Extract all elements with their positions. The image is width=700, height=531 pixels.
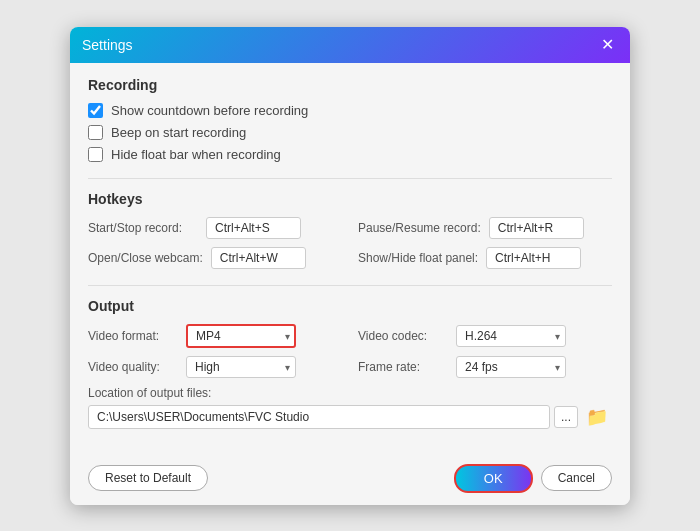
float-panel-label: Show/Hide float panel: [358, 251, 478, 265]
footer-right: OK Cancel [454, 464, 612, 493]
start-stop-label: Start/Stop record: [88, 221, 198, 235]
close-button[interactable]: ✕ [597, 35, 618, 55]
location-input[interactable] [88, 405, 550, 429]
framerate-label: Frame rate: [358, 360, 448, 374]
hotkeys-grid: Start/Stop record: Pause/Resume record: … [88, 217, 612, 269]
titlebar: Settings ✕ [70, 27, 630, 63]
format-select[interactable]: MP4 AVI MOV [186, 324, 296, 348]
recording-section-title: Recording [88, 77, 612, 93]
divider-2 [88, 285, 612, 286]
quality-select[interactable]: High Medium Low [186, 356, 296, 378]
hotkey-row-4: Show/Hide float panel: [358, 247, 612, 269]
format-row: Video format: MP4 AVI MOV ▾ [88, 324, 342, 348]
divider-1 [88, 178, 612, 179]
beep-label: Beep on start recording [111, 125, 246, 140]
float-panel-input[interactable] [486, 247, 581, 269]
framerate-select-wrapper: 24 fps 30 fps 60 fps ▾ [456, 356, 566, 378]
recording-option-2: Beep on start recording [88, 125, 612, 140]
framerate-row: Frame rate: 24 fps 30 fps 60 fps ▾ [358, 356, 612, 378]
webcam-label: Open/Close webcam: [88, 251, 203, 265]
quality-row: Video quality: High Medium Low ▾ [88, 356, 342, 378]
content-area: Recording Show countdown before recordin… [70, 63, 630, 456]
output-section-title: Output [88, 298, 612, 314]
location-input-row: ... 📁 [88, 404, 612, 430]
dots-button[interactable]: ... [554, 406, 578, 428]
hotkey-row-3: Open/Close webcam: [88, 247, 342, 269]
recording-option-1: Show countdown before recording [88, 103, 612, 118]
countdown-checkbox[interactable] [88, 103, 103, 118]
output-grid: Video format: MP4 AVI MOV ▾ Video codec: [88, 324, 612, 378]
footer: Reset to Default OK Cancel [70, 456, 630, 505]
start-stop-input[interactable] [206, 217, 301, 239]
beep-checkbox[interactable] [88, 125, 103, 140]
webcam-input[interactable] [211, 247, 306, 269]
location-row: Location of output files: ... 📁 [88, 386, 612, 430]
pause-resume-input[interactable] [489, 217, 584, 239]
codec-select[interactable]: H.264 H.265 [456, 325, 566, 347]
framerate-select[interactable]: 24 fps 30 fps 60 fps [456, 356, 566, 378]
quality-select-wrapper: High Medium Low ▾ [186, 356, 296, 378]
hide-float-label: Hide float bar when recording [111, 147, 281, 162]
format-select-wrapper: MP4 AVI MOV ▾ [186, 324, 296, 348]
reset-button[interactable]: Reset to Default [88, 465, 208, 491]
format-label: Video format: [88, 329, 178, 343]
output-section: Output Video format: MP4 AVI MOV ▾ Video… [88, 298, 612, 430]
countdown-label: Show countdown before recording [111, 103, 308, 118]
pause-resume-label: Pause/Resume record: [358, 221, 481, 235]
hotkeys-section-title: Hotkeys [88, 191, 612, 207]
quality-label: Video quality: [88, 360, 178, 374]
recording-option-3: Hide float bar when recording [88, 147, 612, 162]
codec-label: Video codec: [358, 329, 448, 343]
cancel-button[interactable]: Cancel [541, 465, 612, 491]
codec-select-wrapper: H.264 H.265 ▾ [456, 325, 566, 347]
window-title: Settings [82, 37, 133, 53]
hotkey-row-1: Start/Stop record: [88, 217, 342, 239]
hotkey-row-2: Pause/Resume record: [358, 217, 612, 239]
recording-section: Recording Show countdown before recordin… [88, 77, 612, 162]
hide-float-checkbox[interactable] [88, 147, 103, 162]
hotkeys-section: Hotkeys Start/Stop record: Pause/Resume … [88, 191, 612, 269]
codec-row: Video codec: H.264 H.265 ▾ [358, 324, 612, 348]
ok-button[interactable]: OK [454, 464, 533, 493]
settings-window: Settings ✕ Recording Show countdown befo… [70, 27, 630, 505]
folder-button[interactable]: 📁 [582, 404, 612, 430]
location-label: Location of output files: [88, 386, 612, 400]
